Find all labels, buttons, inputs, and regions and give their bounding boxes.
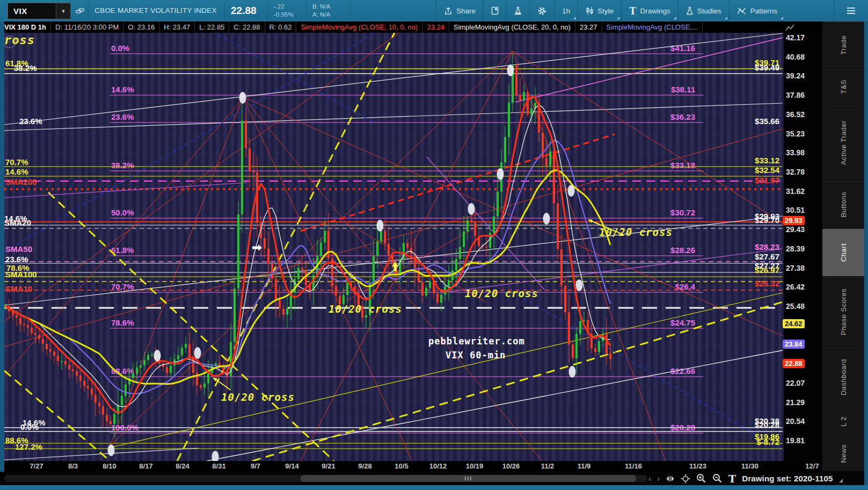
sidebar-tab-label: Active Trader xyxy=(840,120,848,165)
y-axis-label: 40.68 xyxy=(786,53,805,61)
sidebar-tab-buttons[interactable]: Buttons xyxy=(822,181,864,228)
svg-text:50.0%: 50.0% xyxy=(111,208,134,217)
scroll-right-button[interactable]: › xyxy=(657,472,660,485)
svg-text:38.2%: 38.2% xyxy=(111,161,134,170)
drawing-set-caret-icon xyxy=(839,479,843,482)
price-axis[interactable]: 42.1740.6839.2437.8636.5235.2333.9832.78… xyxy=(784,33,822,461)
share-icon xyxy=(444,7,453,15)
ask-value: A: N/A xyxy=(312,11,330,19)
svg-text:$26.32: $26.32 xyxy=(755,279,779,288)
flask-icon xyxy=(514,6,522,16)
menu-button[interactable] xyxy=(834,0,868,21)
top-toolbar: VIX ▼ CBOE MARKET VOLATILITY INDEX 22.88… xyxy=(0,0,868,21)
sidebar-tab-trade[interactable]: Trade xyxy=(822,21,864,69)
svg-text:14.6%: 14.6% xyxy=(5,167,28,176)
chart-canvas[interactable]: 0.0%$41.1614.6%$38.1123.6%$36.2338.2%$33… xyxy=(4,33,784,461)
svg-text:$28.23: $28.23 xyxy=(755,242,779,251)
x-axis-label: 9/7 xyxy=(239,462,272,470)
x-axis-label: 8/31 xyxy=(203,462,235,470)
svg-text:$30.72: $30.72 xyxy=(670,208,695,217)
patterns-button[interactable]: Patterns xyxy=(729,0,785,21)
price-badge: 29.93 xyxy=(783,216,805,225)
x-axis-label: 11/2 xyxy=(531,462,564,470)
symbol-value: VIX xyxy=(8,6,56,16)
y-axis-label: 25.48 xyxy=(786,302,805,311)
zoom-in-icon[interactable] xyxy=(696,473,706,484)
y-axis-label: 20.54 xyxy=(786,417,805,426)
sidebar-tab-dashboard[interactable]: Dashboard xyxy=(822,347,864,407)
notes-button[interactable] xyxy=(483,0,506,21)
svg-text:10/20 cross: 10/20 cross xyxy=(599,226,673,238)
study-sma10-value: 23.24 xyxy=(422,21,449,33)
sidebar-tab-label: T&S xyxy=(840,80,848,94)
svg-text:10/20 cross: 10/20 cross xyxy=(221,391,295,403)
drawings-button[interactable]: T Drawings xyxy=(621,0,678,21)
price-badge: 24.62 xyxy=(783,319,805,328)
bar-low: L: 22.85 xyxy=(195,21,229,33)
y-axis-label: 35.23 xyxy=(786,129,805,138)
study-sma10-label[interactable]: SimpleMovingAvg (CLOSE, 10, 0, no) xyxy=(296,21,422,33)
style-button[interactable]: Style xyxy=(578,0,621,21)
zoom-out-icon[interactable] xyxy=(712,473,723,484)
scroll-left-button[interactable]: ‹ xyxy=(648,472,651,485)
sidebar-tab-chart[interactable]: Chart xyxy=(822,228,864,277)
x-axis-label: 11/30 xyxy=(734,462,766,470)
analyze-button[interactable] xyxy=(506,0,529,21)
chevron-down-icon[interactable]: ▼ xyxy=(56,3,70,19)
sidebar-tab-active-trader[interactable]: Active Trader xyxy=(822,105,864,181)
sidebar-tab-l-2[interactable]: L 2 xyxy=(822,407,864,436)
divider xyxy=(306,2,307,19)
x-axis-label: 9/28 xyxy=(349,462,381,470)
svg-text:$-8.72: $-8.72 xyxy=(756,437,779,446)
link-icon[interactable] xyxy=(75,6,85,16)
drawing-set-selector[interactable]: Drawing set: 2020-1105 xyxy=(742,474,833,483)
svg-text:127.2%: 127.2% xyxy=(15,442,42,451)
pan-icon[interactable] xyxy=(681,474,690,484)
studies-button[interactable]: Studies xyxy=(678,0,729,21)
y-axis-label: 33.98 xyxy=(786,148,805,157)
divider xyxy=(350,2,351,19)
x-axis-label: 10/5 xyxy=(385,462,418,470)
svg-text:pebblewriter.com: pebblewriter.com xyxy=(428,336,525,347)
last-price: 22.88 xyxy=(231,0,257,21)
window-border-left xyxy=(0,21,4,485)
svg-text:$35.66: $35.66 xyxy=(755,117,779,126)
sidebar-tab-phase-scores[interactable]: Phase Scores xyxy=(822,277,864,347)
sidebar-tab-label: News xyxy=(840,444,848,463)
symbol-description: CBOE MARKET VOLATILITY INDEX xyxy=(94,0,217,21)
chart-scrollbar-thumb[interactable] xyxy=(301,475,636,482)
y-axis-label: 39.24 xyxy=(786,71,805,80)
study-sma20-label[interactable]: SimpleMovingAvg (CLOSE, 20, 0, no) xyxy=(449,21,575,33)
x-axis-label: 10/12 xyxy=(422,462,454,470)
sidebar-tab-label: Trade xyxy=(840,35,848,55)
gadget-sidebar: TradeT&SActive TraderButtonsChartPhase S… xyxy=(822,21,864,472)
svg-text:$39.49: $39.49 xyxy=(755,63,779,72)
y-axis-label: 37.86 xyxy=(786,91,805,99)
snap-to-last-icon[interactable] xyxy=(666,474,675,483)
change-value: -.22 xyxy=(274,3,293,11)
sidebar-tab-t-s[interactable]: T&S xyxy=(822,69,864,105)
symbol-combobox[interactable]: VIX ▼ xyxy=(8,3,71,19)
study-sma3-label[interactable]: SimpleMovingAvg (CLOSE,... xyxy=(602,21,703,33)
text-tool-icon: T xyxy=(629,5,636,17)
divider xyxy=(88,2,89,19)
svg-text:SMA200: SMA200 xyxy=(5,177,37,186)
settings-button[interactable] xyxy=(529,0,554,21)
window-border-right xyxy=(864,21,868,485)
svg-text:SMA50: SMA50 xyxy=(5,244,32,254)
text-note-tool[interactable]: T xyxy=(728,473,736,485)
svg-text:$32.54: $32.54 xyxy=(755,165,780,175)
candle-style-icon xyxy=(586,6,594,15)
svg-text:23.6%: 23.6% xyxy=(19,117,42,126)
reset-scale-icon[interactable] xyxy=(785,24,795,32)
svg-text:70.7%: 70.7% xyxy=(5,157,28,167)
timeframe-button[interactable]: 1h xyxy=(554,0,578,21)
svg-text:14.6%: 14.6% xyxy=(111,85,134,94)
sidebar-tab-news[interactable]: News xyxy=(822,436,864,472)
bid-value: B: N/A xyxy=(312,3,330,11)
time-axis[interactable]: 7/278/38/108/178/248/319/79/149/219/2810… xyxy=(4,461,822,472)
svg-text:SMA20: SMA20 xyxy=(4,218,31,227)
bid-ask-block: B: N/A A: N/A xyxy=(312,3,330,19)
share-button[interactable]: Share xyxy=(436,0,483,21)
price-badge: 22.88 xyxy=(783,359,805,368)
